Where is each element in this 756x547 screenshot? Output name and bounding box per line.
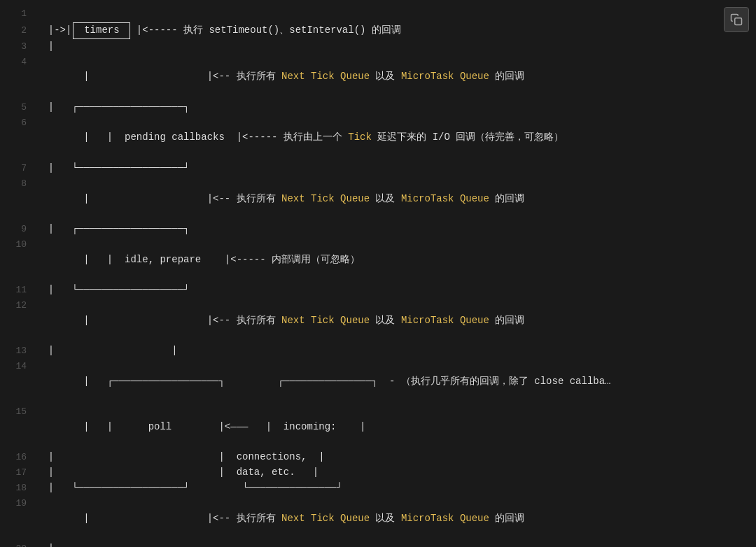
line-11: 11 | └──────────────────┘	[0, 283, 756, 298]
copy-button[interactable]	[724, 7, 749, 32]
svg-rect-0	[735, 18, 742, 25]
line-14: 14 | ┌──────────────────┐ ┌─────────────…	[0, 359, 756, 404]
line-16: 16 | | connections, |	[0, 450, 756, 465]
line-6: 6 | | pending callbacks |<----- 执行由上一个 T…	[0, 115, 756, 161]
line-18: 18 | └──────────────────┘ └─────────────…	[0, 481, 756, 496]
line-1: 1	[0, 7, 756, 22]
line-12: 12 | |<-- 执行所有 Next Tick Queue 以及 MicroT…	[0, 298, 756, 343]
line-19: 19 | |<-- 执行所有 Next Tick Queue 以及 MicroT…	[0, 496, 756, 541]
line-4: 4 | |<-- 执行所有 Next Tick Queue 以及 MicroTa…	[0, 55, 756, 100]
code-block: 1 2 |->| timers |<----- 执行 setTimeout()、…	[0, 0, 756, 547]
line-3: 3 |	[0, 39, 756, 55]
line-8: 8 | |<-- 执行所有 Next Tick Queue 以及 MicroTa…	[0, 176, 756, 222]
line-10: 10 | | idle, prepare |<----- 内部调用（可忽略）	[0, 237, 756, 283]
line-15: 15 | | poll |<——— | incoming: |	[0, 404, 756, 450]
line-13: 13 | |	[0, 343, 756, 359]
line-9: 9 | ┌──────────────────┐	[0, 222, 756, 237]
line-7: 7 | └──────────────────┘	[0, 161, 756, 176]
line-17: 17 | | data, etc. |	[0, 465, 756, 481]
line-20: 20 | ┌──────────────────┐	[0, 541, 756, 547]
line-5: 5 | ┌──────────────────┐	[0, 100, 756, 115]
line-2: 2 |->| timers |<----- 执行 setTimeout()、se…	[0, 22, 756, 39]
